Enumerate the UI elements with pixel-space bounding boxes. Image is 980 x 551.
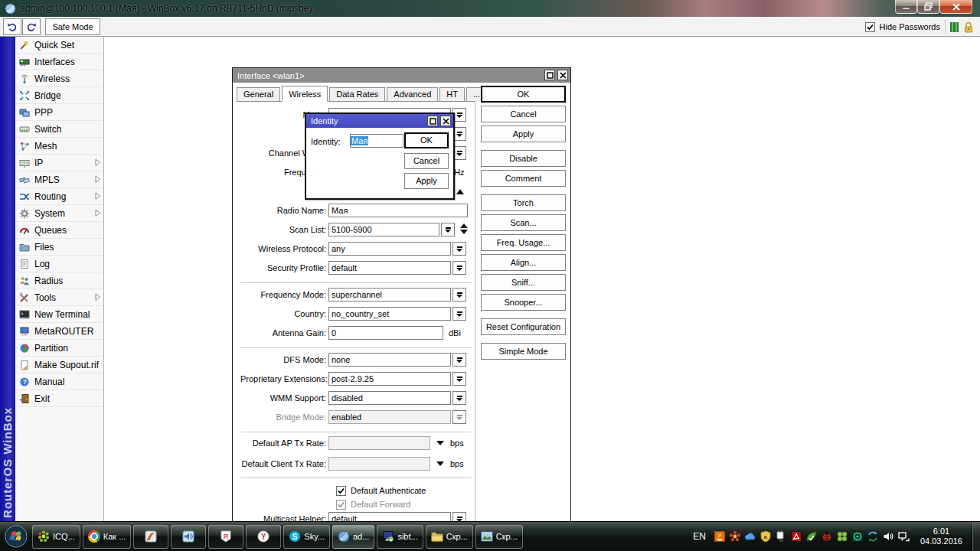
taskbar-clock[interactable]: 6:01 04.03.2016: [920, 527, 962, 546]
ok-button[interactable]: OK: [481, 86, 566, 103]
taskbar-button-yandex-browser[interactable]: Y: [246, 525, 281, 549]
chevron-down-icon[interactable]: [452, 512, 466, 521]
taskbar-button-winbox[interactable]: ad...: [332, 525, 374, 549]
dropdown-arrow-icon[interactable]: [436, 441, 444, 445]
wireless-protocol-field[interactable]: any: [328, 242, 451, 256]
flower-icon[interactable]: [729, 530, 741, 543]
leaf-icon[interactable]: [805, 530, 818, 543]
sidebar-item-bridge[interactable]: Bridge: [15, 87, 103, 104]
reset-configuration-button[interactable]: Reset Configuration: [481, 318, 566, 335]
sidebar-item-log[interactable]: Log: [15, 256, 103, 272]
tab-wireless[interactable]: Wireless: [282, 86, 328, 102]
align-button[interactable]: Align...: [481, 254, 566, 271]
java-icon[interactable]: [714, 530, 726, 543]
sidebar-item-routing[interactable]: Routing: [15, 188, 103, 205]
sidebar-item-manual[interactable]: ?Manual: [15, 373, 103, 390]
tab-general[interactable]: General: [237, 87, 280, 101]
scan-button[interactable]: Scan...: [481, 214, 566, 231]
chevron-down-icon[interactable]: [452, 353, 466, 367]
apply-button[interactable]: Apply: [481, 126, 566, 142]
adobe-reader-icon[interactable]: [790, 530, 802, 543]
maximize-icon[interactable]: [544, 70, 555, 80]
taskbar-button-yandex[interactable]: Я: [208, 525, 243, 549]
chevron-down-icon[interactable]: [452, 288, 466, 302]
undo-button[interactable]: [3, 18, 21, 35]
cancel-button[interactable]: Cancel: [481, 106, 566, 122]
chevron-down-icon[interactable]: [441, 223, 455, 236]
close-icon[interactable]: [440, 116, 451, 126]
simple-mode-button[interactable]: Simple Mode: [481, 343, 566, 360]
identity-dialog-titlebar[interactable]: Identity: [306, 114, 453, 128]
sidebar-item-interfaces[interactable]: Interfaces: [15, 54, 103, 70]
identity-cancel-button[interactable]: Cancel: [404, 153, 449, 169]
close-icon[interactable]: [557, 70, 568, 80]
proprietary-extensions-field[interactable]: post-2.9.25: [328, 372, 451, 386]
wmm-support-field[interactable]: disabled: [328, 391, 451, 405]
clover-icon[interactable]: [836, 530, 848, 543]
scan-list-field[interactable]: 5100-5900: [328, 223, 439, 236]
taskbar-button-skype[interactable]: S Sky...: [283, 525, 330, 549]
sidebar-item-metarouter[interactable]: MetaROUTER: [15, 323, 103, 340]
dropdown-arrow-icon[interactable]: [436, 461, 444, 466]
plug-icon[interactable]: [775, 530, 787, 543]
network-icon[interactable]: [897, 530, 910, 543]
show-desktop-button[interactable]: [972, 522, 980, 551]
sidebar-item-partition[interactable]: Partition: [15, 340, 103, 357]
sidebar-item-ppp[interactable]: PPP: [15, 104, 103, 121]
taskbar-button-picture[interactable]: Скр...: [475, 525, 523, 549]
maximize-icon[interactable]: [427, 116, 438, 126]
freq-usage-button[interactable]: Freq. Usage...: [481, 234, 566, 251]
start-button[interactable]: [2, 523, 30, 550]
torch-button[interactable]: Torch: [481, 194, 566, 211]
close-icon[interactable]: [939, 0, 972, 14]
country-field[interactable]: no_country_set: [328, 307, 451, 321]
chevron-down-icon[interactable]: [452, 372, 466, 386]
sidebar-item-exit[interactable]: Exit: [15, 390, 103, 407]
taskbar-button-chrome[interactable]: Как ...: [83, 525, 132, 549]
taskbar-button-folder[interactable]: Скр...: [426, 525, 473, 549]
volume-icon[interactable]: [882, 530, 894, 543]
chevron-down-icon[interactable]: [452, 242, 466, 256]
sidebar-item-quick-set[interactable]: Quick Set: [15, 37, 103, 54]
dfs-mode-field[interactable]: none: [328, 353, 451, 367]
restore-icon[interactable]: [917, 0, 939, 14]
spinner-updown-icon[interactable]: [460, 223, 468, 234]
sidebar-item-wireless[interactable]: Wireless: [15, 70, 103, 87]
language-indicator[interactable]: EN: [693, 531, 706, 542]
collapse-up-icon[interactable]: [456, 189, 464, 194]
default-authenticate-checkbox[interactable]: [336, 486, 346, 496]
sync-icon[interactable]: [867, 530, 879, 543]
snooper-button[interactable]: Snooper...: [481, 294, 566, 311]
sidebar-item-switch[interactable]: Switch: [15, 121, 103, 138]
identity-ok-button[interactable]: OK: [404, 132, 449, 148]
taskbar-button-volume-mixer[interactable]: [171, 525, 206, 549]
sidebar-item-queues[interactable]: Queues: [15, 222, 103, 239]
interface-dialog-titlebar[interactable]: Interface <wlan1>: [233, 68, 570, 83]
comment-button[interactable]: Comment: [481, 170, 566, 187]
ladybug-icon[interactable]: [821, 530, 833, 543]
webcam-icon[interactable]: [851, 530, 864, 543]
sidebar-item-system[interactable]: System: [15, 205, 103, 222]
tab-data-rates[interactable]: Data Rates: [329, 87, 385, 101]
shield-icon[interactable]: a: [760, 530, 772, 543]
chevron-down-icon[interactable]: [452, 307, 466, 321]
chevron-down-icon[interactable]: [452, 261, 466, 275]
chevron-down-icon[interactable]: [452, 391, 466, 405]
sidebar-item-make-supout[interactable]: Make Supout.rif: [15, 357, 103, 373]
taskbar-button-remote-desktop[interactable]: sibt...: [377, 525, 423, 549]
multicast-helper-field[interactable]: default: [328, 512, 451, 521]
identity-input[interactable]: Мая: [350, 134, 403, 148]
security-profile-field[interactable]: default: [328, 261, 451, 275]
tab-ht[interactable]: HT: [439, 87, 465, 101]
sniff-button[interactable]: Sniff...: [481, 274, 566, 291]
tab-advanced[interactable]: Advanced: [387, 87, 438, 101]
sidebar-item-mpls[interactable]: MPLS: [15, 171, 103, 188]
sidebar-item-tools[interactable]: Tools: [15, 289, 103, 306]
hide-passwords-checkbox[interactable]: [865, 22, 875, 32]
sidebar-item-files[interactable]: Files: [15, 239, 103, 256]
radio-name-field[interactable]: Мая: [328, 204, 468, 217]
sidebar-item-mesh[interactable]: Mesh: [15, 138, 103, 155]
sidebar-item-ip[interactable]: 255IP: [15, 155, 103, 171]
identity-apply-button[interactable]: Apply: [404, 173, 449, 189]
cloud-icon[interactable]: [744, 530, 756, 543]
